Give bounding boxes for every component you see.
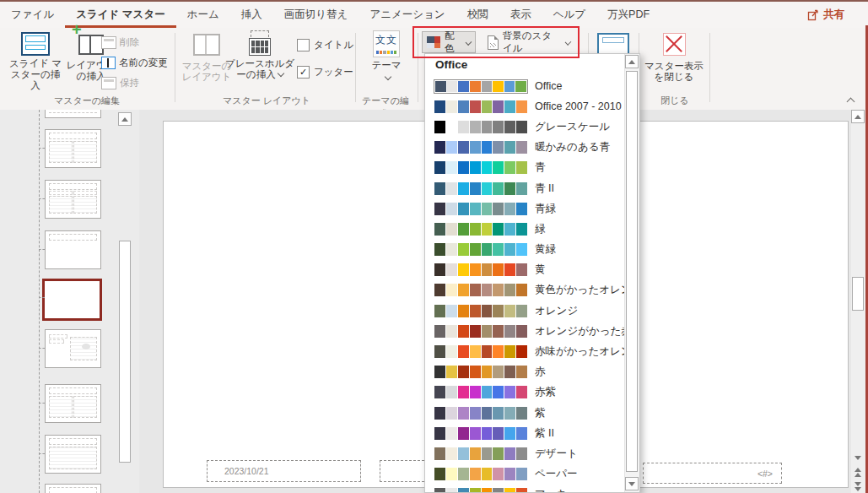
color-scheme-label: 赤紫 (535, 385, 556, 399)
dropdown-scroll-up-button[interactable] (625, 55, 639, 68)
color-scheme-label: 紫 (535, 406, 546, 420)
color-scheme-swatch (434, 263, 528, 277)
scroll-down-button[interactable] (851, 451, 865, 464)
ribbon-tab-ホーム[interactable]: ホーム (176, 2, 230, 28)
group-separator (709, 33, 710, 102)
hierarchy-connector (39, 403, 45, 404)
colors-button[interactable]: 配色 (422, 31, 476, 53)
slide-thumbnail[interactable] (45, 384, 101, 423)
group-separator (418, 33, 418, 102)
ribbon-tab-ヘルプ[interactable]: ヘルプ (542, 2, 596, 28)
themes-button[interactable]: 文文 テーマ (363, 30, 410, 93)
color-scheme-label: 暖かみのある青 (535, 140, 610, 154)
color-scheme-item[interactable]: オレンジがかった赤 (425, 321, 625, 341)
footer-checkbox-label: フッター (314, 66, 353, 79)
insert-placeholder-label: プレースホルダーの挿入 (225, 58, 294, 79)
slide-thumbnail[interactable] (45, 484, 101, 493)
color-scheme-label: オレンジがかった赤 (535, 324, 632, 339)
color-scheme-item[interactable]: 紫 (425, 403, 625, 423)
color-scheme-item[interactable]: 青緑 (425, 198, 625, 219)
slide-thumbnail[interactable] (45, 435, 101, 474)
insert-placeholder-button[interactable]: プレースホルダーの挿入 (224, 30, 295, 93)
close-master-view-button[interactable]: マスター表示を閉じる (644, 30, 704, 93)
color-scheme-item[interactable]: 紫 II (425, 423, 625, 443)
color-scheme-item[interactable]: 暖かみのある青 (425, 138, 625, 158)
insert-slide-master-icon (21, 32, 50, 56)
hierarchy-connector (39, 249, 45, 250)
color-scheme-item[interactable]: 黄緑 (425, 240, 625, 260)
share-button[interactable]: 共有 (807, 2, 844, 28)
ribbon-tab-校閲[interactable]: 校閲 (456, 2, 499, 28)
main-scrollbar-thumb[interactable] (852, 277, 864, 311)
color-scheme-item[interactable]: Office 2007 - 2010 (425, 96, 625, 116)
color-scheme-item[interactable]: 黄色がかったオレンジ (425, 280, 625, 301)
color-scheme-item[interactable]: オレンジ (425, 301, 625, 321)
color-scheme-swatch (434, 426, 528, 441)
color-scheme-item[interactable]: デザート (425, 443, 625, 463)
footer-checkbox[interactable]: ✓ フッター (297, 66, 353, 79)
color-scheme-label: 青 (535, 160, 546, 175)
ribbon-tab-表示[interactable]: 表示 (499, 2, 542, 28)
ribbon-tab-スライド マスター[interactable]: スライド マスター (65, 2, 176, 28)
slide-number-placeholder[interactable]: <#> (643, 463, 782, 484)
sidebar-scrollbar[interactable] (118, 110, 132, 493)
color-scheme-item[interactable]: マーキー (425, 485, 625, 493)
close-master-view-label: マスター表示を閉じる (644, 61, 704, 83)
color-scheme-item[interactable]: 緑 (425, 219, 625, 239)
share-label: 共有 (823, 8, 844, 22)
dropdown-scroll-down-button[interactable] (625, 477, 639, 490)
color-scheme-swatch (434, 365, 528, 379)
title-checkbox[interactable]: タイトル (297, 39, 353, 51)
slide-thumbnail-selected[interactable] (42, 279, 102, 321)
slide-thumbnail[interactable] (45, 180, 101, 219)
ribbon-tab-挿入[interactable]: 挿入 (230, 2, 273, 28)
collapse-ribbon-button[interactable] (847, 97, 855, 104)
rename-button[interactable]: 名前の変更 (101, 54, 168, 71)
color-scheme-label: 黄緑 (535, 242, 556, 257)
share-icon (807, 9, 819, 21)
delete-icon (101, 36, 116, 49)
slide-thumbnail[interactable] (45, 329, 101, 368)
dropdown-scrollbar[interactable] (624, 54, 639, 492)
group-separator (355, 33, 356, 102)
insert-slide-master-button[interactable]: スライド マスターの挿入 (8, 30, 62, 93)
color-scheme-swatch (434, 242, 528, 257)
color-scheme-swatch (434, 100, 528, 114)
ribbon-tab-アニメーション[interactable]: アニメーション (359, 2, 456, 28)
color-scheme-swatch (434, 467, 528, 481)
previous-slide-button[interactable] (851, 465, 865, 479)
hierarchy-connector (39, 348, 45, 349)
color-scheme-item[interactable]: Office (425, 76, 625, 96)
color-scheme-label: デザート (535, 447, 578, 461)
insert-slide-master-label: スライド マスターの挿入 (8, 58, 62, 91)
color-scheme-label: 黄 (535, 263, 546, 277)
group-label-close: 閉じる (641, 95, 709, 108)
color-scheme-item[interactable]: 青 (425, 158, 625, 178)
color-scheme-item[interactable]: 青 II (425, 178, 625, 198)
slide-size-button[interactable] (597, 33, 629, 55)
scroll-up-button[interactable] (851, 110, 865, 123)
ribbon-tab-万兴PDF[interactable]: 万兴PDF (596, 2, 660, 28)
dropdown-scrollbar-thumb[interactable] (626, 71, 638, 472)
color-scheme-item[interactable]: 赤紫 (425, 382, 625, 403)
slide-thumbnail-panel (0, 110, 139, 493)
master-layout-icon (193, 34, 220, 56)
ribbon-tab-ファイル[interactable]: ファイル (0, 2, 65, 28)
themes-label: テーマ (371, 60, 401, 71)
color-scheme-swatch (434, 181, 528, 196)
color-scheme-item[interactable]: ペーパー (425, 464, 625, 485)
background-styles-button[interactable]: 背景のスタイル (484, 31, 574, 53)
next-slide-button[interactable] (851, 479, 865, 493)
slide-thumbnail[interactable] (45, 129, 101, 168)
main-scrollbar[interactable] (851, 110, 865, 493)
slide-thumbnail[interactable] (45, 110, 101, 118)
color-scheme-item[interactable]: 赤 (425, 362, 625, 382)
color-scheme-item[interactable]: 赤味がかったオレンジ (425, 341, 625, 361)
slide-thumbnail[interactable] (45, 230, 101, 269)
color-scheme-item[interactable]: 黄 (425, 260, 625, 280)
color-scheme-item[interactable]: グレースケール (425, 116, 625, 137)
sidebar-scrollbar-thumb[interactable] (119, 241, 131, 463)
date-placeholder[interactable]: 2023/10/21 (207, 460, 361, 482)
ribbon-tab-画面切り替え[interactable]: 画面切り替え (273, 2, 359, 28)
sidebar-scroll-up-button[interactable] (118, 112, 132, 126)
